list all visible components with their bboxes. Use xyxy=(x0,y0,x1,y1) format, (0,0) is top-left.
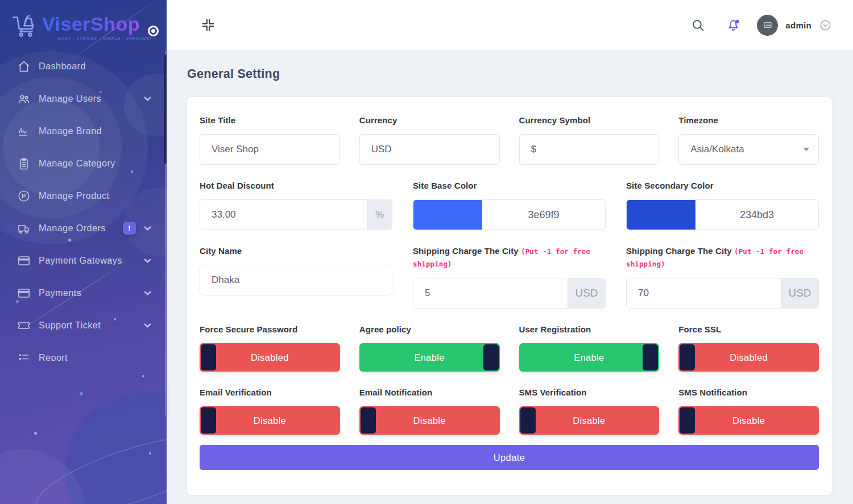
sidebar-item-payments[interactable]: Payments xyxy=(0,277,167,309)
field-label: User Registration xyxy=(519,323,660,335)
credit-card-icon xyxy=(17,254,31,268)
star-dot xyxy=(149,452,151,455)
top-header: admin xyxy=(167,0,853,50)
user-registration-toggle[interactable]: Enable xyxy=(519,343,660,372)
field-label: Force Secure Password xyxy=(200,323,340,335)
color-hex-value: 234bd3 xyxy=(695,200,818,230)
color-swatch[interactable] xyxy=(627,200,695,230)
sms-verification-toggle[interactable]: Disable xyxy=(519,406,660,435)
agree-policy-field: Agree policy Enable xyxy=(359,323,500,372)
clipboard-icon xyxy=(17,157,31,170)
field-label: Agree policy xyxy=(359,323,500,335)
main-area: admin General Setting Site Title Curr xyxy=(167,0,853,504)
sidebar-item-manage-orders[interactable]: Manage Orders ! xyxy=(0,212,167,244)
currency-symbol-field: Currency Symbol xyxy=(519,114,660,165)
email-verification-field: Email Verification Disable xyxy=(200,386,340,435)
shipping-charge-city-input[interactable] xyxy=(413,278,568,308)
color-swatch[interactable] xyxy=(413,200,482,230)
form-row-4: Force Secure Password Disabled Agree pol… xyxy=(200,323,819,372)
username-label[interactable]: admin xyxy=(785,20,811,30)
notification-bell-icon[interactable] xyxy=(726,18,741,33)
field-label: Force SSL xyxy=(678,323,819,335)
sms-verification-field: SMS Verification Disable xyxy=(519,386,660,435)
sidebar-compress-icon[interactable] xyxy=(198,15,218,35)
home-icon xyxy=(17,60,31,73)
sidebar-item-manage-product[interactable]: P Manage Product xyxy=(0,180,167,212)
sidebar-item-manage-category[interactable]: Manage Category xyxy=(0,147,167,180)
user-menu-chevron-icon[interactable] xyxy=(819,19,831,31)
sidebar-scrollbar-thumb[interactable] xyxy=(164,55,167,164)
site-title-input[interactable] xyxy=(200,134,340,165)
force-secure-password-field: Force Secure Password Disabled xyxy=(200,323,340,372)
field-label-text: Shipping Charge The City xyxy=(413,246,519,256)
site-title-field: Site Title xyxy=(200,114,340,165)
field-label: City Name xyxy=(200,245,392,257)
field-label: Hot Deal Discount xyxy=(200,180,392,191)
sidebar-item-payment-gateways[interactable]: Payment Gateways xyxy=(0,244,167,277)
toggle-state-label: Disable xyxy=(573,415,605,426)
sidebar-collapse-toggle[interactable] xyxy=(148,26,159,36)
sidebar-item-manage-users[interactable]: Manage Users xyxy=(0,82,167,115)
sidebar-item-support-ticket[interactable]: Support Ticket xyxy=(0,309,167,341)
users-icon xyxy=(17,92,31,106)
sidebar: ViserShop EASY . STRONG . SIMPLE . EFFIC… xyxy=(0,0,167,504)
email-verification-toggle[interactable]: Disable xyxy=(200,406,340,435)
currency-symbol-input[interactable] xyxy=(519,134,660,165)
hot-deal-discount-input[interactable] xyxy=(200,200,367,230)
user-registration-field: User Registration Enable xyxy=(519,323,660,372)
city-name-input[interactable] xyxy=(200,265,392,295)
field-label: Site Secondary Color xyxy=(626,180,819,191)
product-circle-icon: P xyxy=(17,189,31,203)
field-label: Currency Symbol xyxy=(519,114,660,126)
timezone-field: Timezone Asia/Kolkata xyxy=(678,114,819,165)
sidebar-item-label: Manage Users xyxy=(39,93,101,104)
credit-card-icon xyxy=(17,286,31,300)
chevron-down-icon xyxy=(143,321,152,330)
planet-ring-decoration xyxy=(28,419,167,504)
toggle-knob xyxy=(680,407,695,434)
field-label: SMS Verification xyxy=(519,386,660,398)
chevron-down-icon xyxy=(143,224,152,232)
sidebar-item-dashboard[interactable]: Dashboard xyxy=(0,50,167,82)
email-notification-toggle[interactable]: Disable xyxy=(359,406,500,435)
sidebar-item-label: Payments xyxy=(39,288,81,298)
sidebar-item-label: Dashboard xyxy=(39,61,86,72)
site-secondary-color-input[interactable]: 234bd3 xyxy=(626,199,819,230)
field-label: Site Base Color xyxy=(413,180,606,191)
page-title: General Setting xyxy=(187,67,832,81)
star-dot xyxy=(34,432,37,435)
sms-notification-toggle[interactable]: Disable xyxy=(678,406,819,435)
currency-input[interactable] xyxy=(359,134,500,165)
force-ssl-toggle[interactable]: Disabled xyxy=(678,343,819,372)
sidebar-item-report[interactable]: Report xyxy=(0,341,167,361)
app-root: ViserShop EASY . STRONG . SIMPLE . EFFIC… xyxy=(0,0,853,504)
timezone-selected-value: Asia/Kolkata xyxy=(690,144,744,155)
percent-addon: % xyxy=(367,200,392,230)
toggle-knob xyxy=(520,407,536,434)
agree-policy-toggle[interactable]: Enable xyxy=(359,343,500,372)
shipping-charge-city2-input[interactable] xyxy=(627,278,781,308)
chevron-down-icon xyxy=(143,94,152,103)
toggle-knob xyxy=(201,344,216,370)
site-base-color-input[interactable]: 3e69f9 xyxy=(413,199,606,230)
timezone-select[interactable]: Asia/Kolkata xyxy=(678,134,819,165)
force-secure-password-toggle[interactable]: Disabled xyxy=(200,343,340,372)
shipping-charge-city2-field: Shipping Charge The City (Put -1 for fre… xyxy=(626,245,819,309)
update-button[interactable]: Update xyxy=(200,445,819,470)
toggle-knob xyxy=(483,344,499,370)
sidebar-item-manage-brand[interactable]: Manage Brand xyxy=(0,115,167,147)
form-row-5: Email Verification Disable Email Notific… xyxy=(200,386,819,435)
field-label-text: Shipping Charge The City xyxy=(626,246,732,256)
report-icon xyxy=(17,351,31,361)
user-avatar[interactable] xyxy=(757,15,778,36)
shipping-charge-city-field: Shipping Charge The City (Put -1 for fre… xyxy=(413,245,606,309)
brand-tagline: EASY . STRONG . SIMPLE . EFFICIENT xyxy=(58,36,152,40)
force-ssl-field: Force SSL Disabled xyxy=(678,323,819,372)
currency-field: Currency xyxy=(359,114,500,165)
search-icon[interactable] xyxy=(691,18,705,32)
general-setting-card: Site Title Currency Currency Symbol Time… xyxy=(187,97,832,495)
site-base-color-field: Site Base Color 3e69f9 xyxy=(413,180,606,230)
toggle-state-label: Disable xyxy=(254,415,286,426)
sidebar-item-label: Support Ticket xyxy=(39,320,101,331)
sidebar-decoration xyxy=(0,449,85,504)
